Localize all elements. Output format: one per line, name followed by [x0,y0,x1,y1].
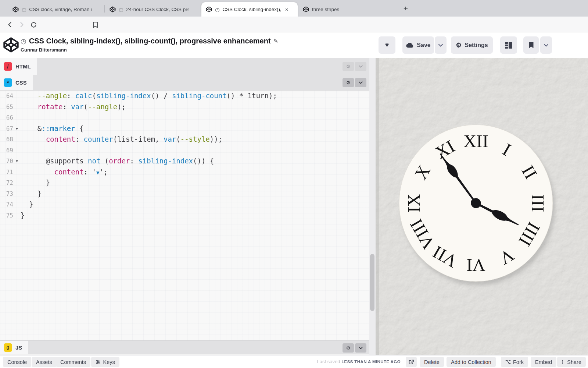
js-settings-gear-icon[interactable]: ⚙ [343,343,354,353]
open-live-view-button[interactable] [406,357,417,367]
back-button[interactable] [4,19,15,30]
save-button[interactable]: Save [402,36,434,54]
chevron-down-icon [544,44,548,47]
code-text: @supports not (order: sibling-index()) { [18,156,214,167]
code-line[interactable]: 65rotate: var(--angle); [0,102,369,113]
code-line[interactable]: 72} [0,177,369,188]
code-text: content: '▼'; [18,167,108,178]
settings-button[interactable]: ⚙ Settings [451,36,493,54]
css-settings-gear-icon[interactable]: ⚙ [343,78,354,87]
line-number: 66 [0,112,18,123]
heart-icon: ♥ [385,41,389,49]
code-text: --angle: calc(sibling-index() / sibling-… [18,91,277,102]
code-line[interactable]: 69 [0,145,369,156]
code-text: content: counter(list-item, var(--style)… [18,134,222,145]
comments-button[interactable]: Comments [56,357,90,367]
forward-button[interactable] [16,19,27,30]
editor-column: / HTML ⚙ * CSS ⚙ 64--angle: calc(sibling… [0,58,369,355]
console-button[interactable]: Console [3,357,31,367]
js-panel-tab[interactable]: () JS [0,341,28,354]
tab-title: CSS clock, vintage, Roman num [29,7,92,12]
keys-button[interactable]: ⌘ Keys [91,357,119,367]
change-view-button[interactable] [500,36,517,54]
code-line[interactable]: 71content: '▼'; [0,167,369,178]
html-panel-header: / HTML ⚙ [0,58,369,75]
browser-tab-1[interactable]: ◷ CSS clock, vintage, Roman num [8,2,104,17]
stopwatch-icon: ◷ [21,37,26,45]
js-collapse-chevron-icon[interactable] [355,343,366,353]
assets-button[interactable]: Assets [32,357,57,367]
code-line[interactable]: 66 [0,112,369,123]
like-button[interactable]: ♥ [379,36,395,54]
clock-numeral: IX [404,194,424,213]
line-number: 75 [0,210,18,221]
reload-button[interactable] [28,19,39,30]
stopwatch-icon: ◷ [215,7,219,13]
css-panel-tab[interactable]: * CSS [0,75,33,90]
stopwatch-icon: ◷ [119,7,123,13]
fork-button[interactable]: Fork [501,357,528,367]
editor-scrollbar[interactable] [370,254,374,311]
settings-label: Settings [465,42,488,49]
save-dropdown-button[interactable] [435,36,447,54]
preview-pane: XIIIIIIIIIIIIVVIVIIVIIIIXXXI [376,58,588,355]
line-number: 64 [0,91,18,102]
line-number: 73 [0,188,18,199]
share-button[interactable]: Share [563,357,586,367]
code-line[interactable]: 64--angle: calc(sibling-index() / siblin… [0,91,369,102]
css-icon: * [4,78,12,87]
chevron-down-icon [438,44,443,47]
js-label: JS [15,344,22,351]
last-saved-status: Last saved LESS THAN A MINUTE AGO [317,359,401,364]
code-line[interactable]: 75} [0,210,369,221]
js-panel-header: () JS ⚙ [0,340,369,354]
code-text [18,145,21,156]
clock-numeral: III [528,194,548,212]
clock-numeral: VI [466,255,485,275]
browser-tab-2[interactable]: ◷ 24-hour CSS Clock, CSS prepro [105,2,201,17]
new-tab-button[interactable]: + [401,4,411,14]
code-line[interactable]: 73} [0,188,369,199]
browser-tab-4[interactable]: three stripes [298,2,394,17]
code-line[interactable]: 68content: counter(list-item, var(--styl… [0,134,369,145]
code-line[interactable]: 67▼&::marker { [0,123,369,134]
pen-header: ◷ CSS Clock, sibling-index(), sibling-co… [0,32,588,58]
pen-title: CSS Clock, sibling-index(), sibling-coun… [29,37,271,45]
pen-author[interactable]: Gunnar Bittersmann [21,47,67,53]
codepen-logo[interactable] [3,37,19,53]
html-icon: / [4,62,12,71]
fold-arrow-icon[interactable]: ▼ [16,156,18,167]
line-number: 69 [0,145,18,156]
code-line[interactable]: 70▼@supports not (order: sibling-index()… [0,156,369,167]
line-number: 65 [0,102,18,113]
clock-numeral: XII [463,131,488,151]
save-label: Save [417,42,430,49]
codepen-favicon [206,6,212,13]
html-panel-tab[interactable]: / HTML [0,58,37,75]
codepen-favicon [12,6,19,13]
keys-label: Keys [103,359,115,365]
edit-title-icon[interactable]: ✎ [273,38,278,45]
code-line[interactable]: 74} [0,199,369,210]
pin-button[interactable] [523,36,539,54]
code-text [18,112,21,123]
line-number: 67▼ [0,123,18,134]
css-code-editor[interactable]: 64--angle: calc(sibling-index() / siblin… [0,91,369,340]
html-collapse-chevron-icon[interactable] [355,62,366,71]
tab-title: CSS Clock, sibling-index(), [222,7,282,12]
delete-button[interactable]: Delete [420,357,444,367]
code-text: } [18,177,50,188]
add-to-collection-button[interactable]: Add to Collection [447,357,496,367]
pin-dropdown-button[interactable] [540,36,552,54]
embed-button[interactable]: Embed [531,357,556,367]
tab-close-icon[interactable]: × [284,6,289,13]
line-number: 68 [0,134,18,145]
fold-arrow-icon[interactable]: ▼ [16,123,18,134]
bookmark-icon[interactable] [90,19,101,30]
clock-hub [471,198,481,208]
html-settings-gear-icon[interactable]: ⚙ [343,62,354,71]
browser-tab-3-active[interactable]: ◷ CSS Clock, sibling-index(), × [201,2,298,17]
css-collapse-chevron-icon[interactable] [355,78,366,87]
code-text: rotate: var(--angle); [18,102,126,113]
tab-separator [104,5,105,13]
